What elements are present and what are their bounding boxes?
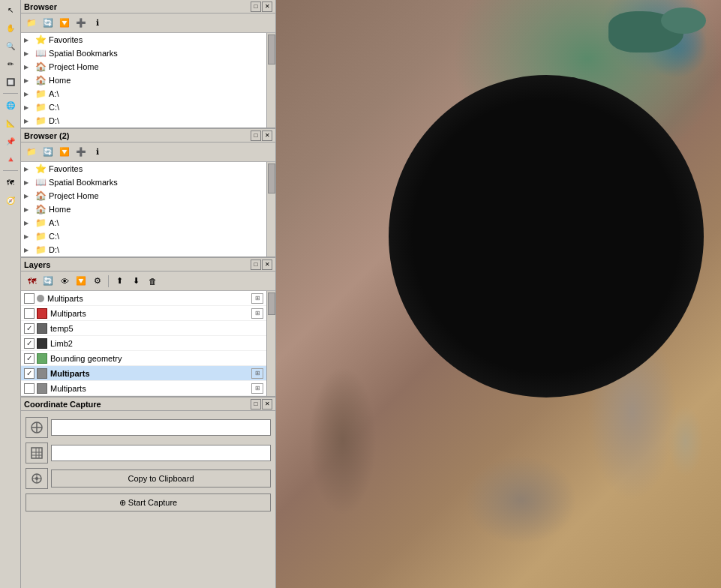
browser1-scrollbar[interactable] xyxy=(266,33,275,128)
dark-oval-feature xyxy=(389,75,704,398)
browser2-project-home[interactable]: ▶ 🏠 Project Home xyxy=(21,189,266,202)
panels-container: Browser □ ✕ 📁 🔄 🔽 ➕ ℹ ▶ ⭐ Favorites ▶ xyxy=(21,0,276,588)
browser2-spatial-bookmarks[interactable]: ▶ 📖 Spatial Bookmarks xyxy=(21,176,266,189)
layer-row-bounding-geometry[interactable]: ✓ Bounding geometry xyxy=(21,351,266,366)
browser2-dock-btn[interactable]: □ xyxy=(251,130,261,141)
tool-pan[interactable]: ✋ xyxy=(2,20,19,36)
browser2-home[interactable]: ▶ 🏠 Home xyxy=(21,202,266,216)
layer-row-limb2[interactable]: ✓ Limb2 xyxy=(21,336,266,351)
layer-color-icon xyxy=(37,383,47,394)
browser2-filter-btn[interactable]: 🔽 xyxy=(57,145,72,160)
home-label: Home xyxy=(49,205,71,214)
layer-row-multiparts2[interactable]: Multiparts ⊞ xyxy=(21,306,266,321)
browser1-drive-d[interactable]: ▶ 📁 D:\ xyxy=(21,114,266,128)
layer-check[interactable] xyxy=(24,293,35,304)
browser1-info-btn[interactable]: ℹ xyxy=(90,16,105,31)
browser1-refresh-btn[interactable]: 🔄 xyxy=(41,16,56,31)
browser1-close-btn[interactable]: ✕ xyxy=(262,2,272,12)
browser1-home[interactable]: ▶ 🏠 Home xyxy=(21,74,266,87)
tool-globe[interactable]: 🌐 xyxy=(2,97,19,113)
browser1-drive-c[interactable]: ▶ 📁 C:\ xyxy=(21,100,266,114)
layer-row-temp5[interactable]: ✓ temp5 xyxy=(21,321,266,336)
layers-settings-btn[interactable]: ⚙ xyxy=(90,274,105,289)
browser1-drive-a[interactable]: ▶ 📁 A:\ xyxy=(21,87,266,100)
layer-check[interactable]: ✓ xyxy=(24,338,35,349)
layer-check[interactable] xyxy=(24,308,35,319)
browser1-project-home[interactable]: ▶ 🏠 Project Home xyxy=(21,60,266,74)
layer-check[interactable] xyxy=(24,383,35,394)
coord-row-1 xyxy=(26,417,271,438)
layers-open-btn[interactable]: 🗺 xyxy=(24,274,39,289)
browser1-filter-btn[interactable]: 🔽 xyxy=(57,16,72,31)
layer-name: Multiparts xyxy=(50,309,250,318)
layer-name: Limb2 xyxy=(50,339,263,348)
crosshair-icon xyxy=(30,421,44,434)
tool-box[interactable]: 🔲 xyxy=(2,74,19,90)
coord-input-2[interactable] xyxy=(51,445,271,461)
coord-cursor-btn[interactable] xyxy=(26,468,48,489)
layers-panel: Layers □ ✕ 🗺 🔄 👁 🔽 ⚙ ⬆ ⬇ 🗑 Multi xyxy=(21,258,275,398)
layers-refresh-btn[interactable]: 🔄 xyxy=(41,274,56,289)
coord-copy-row: Copy to Clipboard xyxy=(26,468,271,489)
browser1-favorites[interactable]: ▶ ⭐ Favorites xyxy=(21,33,266,46)
start-capture-button[interactable]: ⊕ Start Capture xyxy=(26,494,271,512)
layer-extent-icon[interactable]: ⊞ xyxy=(251,293,263,304)
coord-grid-btn[interactable] xyxy=(26,442,48,464)
layer-check[interactable]: ✓ xyxy=(24,353,35,364)
layers-filter-btn[interactable]: 🔽 xyxy=(74,274,89,289)
arrow-icon: ▶ xyxy=(24,247,33,254)
layer-color-icon xyxy=(37,308,47,319)
browser2-scrollbar[interactable] xyxy=(266,162,275,256)
layers-move-up-btn[interactable]: ⬆ xyxy=(112,274,127,289)
tool-polygon[interactable]: 🔺 xyxy=(2,151,19,167)
arrow-icon: ▶ xyxy=(24,118,33,124)
map-area[interactable] xyxy=(276,0,721,588)
layers-move-down-btn[interactable]: ⬇ xyxy=(128,274,143,289)
layer-extent-icon[interactable]: ⊞ xyxy=(251,368,263,379)
layer-row-multiparts3[interactable]: Multiparts ⊞ xyxy=(21,381,266,396)
layer-row-multiparts-selected[interactable]: ✓ Multiparts ⊞ xyxy=(21,366,266,381)
layer-check[interactable]: ✓ xyxy=(24,323,35,334)
browser1-dock-btn[interactable]: □ xyxy=(251,2,261,12)
layers-close-btn[interactable]: ✕ xyxy=(262,260,272,270)
tool-map[interactable]: 🗺 xyxy=(2,174,19,190)
favorites-icon: ⭐ xyxy=(35,34,47,46)
home-label: Home xyxy=(49,76,71,85)
browser2-panel: Browser (2) □ ✕ 📁 🔄 🔽 ➕ ℹ ▶ ⭐ Favorites … xyxy=(21,129,275,258)
browser2-info-btn[interactable]: ℹ xyxy=(90,145,105,160)
browser1-add-btn[interactable]: 📁 xyxy=(24,16,39,31)
coord-crosshair-btn[interactable] xyxy=(26,417,48,438)
layer-row-multiparts1[interactable]: Multiparts ⊞ xyxy=(21,291,266,306)
browser2-drive-d[interactable]: ▶ 📁 D:\ xyxy=(21,243,266,256)
layers-controls: □ ✕ xyxy=(251,260,272,270)
tool-pin[interactable]: 📌 xyxy=(2,133,19,149)
browser1-spatial-bookmarks[interactable]: ▶ 📖 Spatial Bookmarks xyxy=(21,46,266,60)
browser2-close-btn[interactable]: ✕ xyxy=(262,130,272,141)
browser2-favorites[interactable]: ▶ ⭐ Favorites xyxy=(21,162,266,176)
tool-zoom[interactable]: 🔍 xyxy=(2,38,19,54)
layer-extent-icon[interactable]: ⊞ xyxy=(251,383,263,394)
browser2-refresh-btn[interactable]: 🔄 xyxy=(41,145,56,160)
browser2-drive-a[interactable]: ▶ 📁 A:\ xyxy=(21,216,266,230)
tool-measure[interactable]: 📐 xyxy=(2,115,19,131)
layers-scrollbar[interactable] xyxy=(266,291,275,396)
coord-close-btn[interactable]: ✕ xyxy=(262,399,272,410)
drive-c-icon: 📁 xyxy=(35,230,47,242)
browser2-drive-c[interactable]: ▶ 📁 C:\ xyxy=(21,230,266,243)
browser2-add-btn[interactable]: 📁 xyxy=(24,145,39,160)
browser2-collapse-btn[interactable]: ➕ xyxy=(74,145,89,160)
tool-draw[interactable]: ✏ xyxy=(2,56,19,72)
layers-eye-btn[interactable]: 👁 xyxy=(57,274,72,289)
layer-check[interactable]: ✓ xyxy=(24,368,35,379)
browser1-collapse-btn[interactable]: ➕ xyxy=(74,16,89,31)
copy-clipboard-button[interactable]: Copy to Clipboard xyxy=(51,470,271,488)
layer-extent-icon[interactable]: ⊞ xyxy=(251,308,263,319)
layers-delete-btn[interactable]: 🗑 xyxy=(145,274,160,289)
layers-dock-btn[interactable]: □ xyxy=(251,260,261,270)
coord-input-1[interactable] xyxy=(51,419,271,436)
coord-dock-btn[interactable]: □ xyxy=(251,399,261,410)
tool-pointer[interactable]: ↖ xyxy=(2,2,19,18)
coordinate-capture-content: Copy to Clipboard ⊕ Start Capture xyxy=(21,411,275,588)
arrow-icon: ▶ xyxy=(24,179,33,186)
tool-compass[interactable]: 🧭 xyxy=(2,192,19,208)
